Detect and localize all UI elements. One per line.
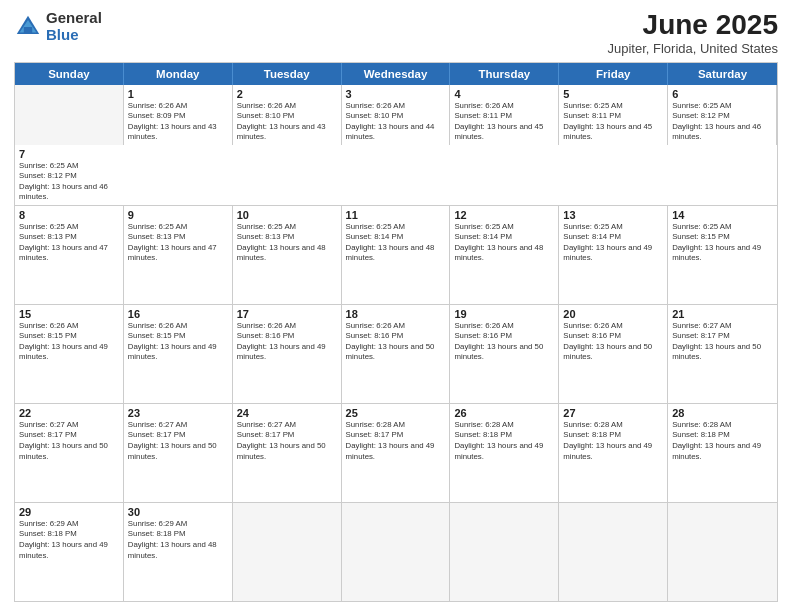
header-day-monday: Monday (124, 63, 233, 85)
svg-rect-2 (24, 27, 32, 34)
day-number: 24 (237, 407, 337, 419)
empty-cell (559, 503, 668, 601)
day-number: 26 (454, 407, 554, 419)
day-cell-25: 25Sunrise: 6:28 AMSunset: 8:17 PMDayligh… (342, 404, 451, 502)
day-info: Sunrise: 6:25 AMSunset: 8:13 PMDaylight:… (19, 222, 119, 264)
empty-cell (233, 503, 342, 601)
day-number: 19 (454, 308, 554, 320)
day-number: 23 (128, 407, 228, 419)
day-cell-11: 11Sunrise: 6:25 AMSunset: 8:14 PMDayligh… (342, 206, 451, 304)
empty-cell (668, 503, 777, 601)
title-block: June 2025 Jupiter, Florida, United State… (607, 10, 778, 56)
header-day-thursday: Thursday (450, 63, 559, 85)
day-info: Sunrise: 6:25 AMSunset: 8:12 PMDaylight:… (672, 101, 772, 143)
logo: General Blue (14, 10, 102, 43)
logo-blue-text: Blue (46, 27, 102, 44)
day-info: Sunrise: 6:27 AMSunset: 8:17 PMDaylight:… (672, 321, 773, 363)
day-cell-30: 30Sunrise: 6:29 AMSunset: 8:18 PMDayligh… (124, 503, 233, 601)
day-cell-3: 3Sunrise: 6:26 AMSunset: 8:10 PMDaylight… (342, 85, 451, 145)
day-info: Sunrise: 6:26 AMSunset: 8:15 PMDaylight:… (128, 321, 228, 363)
day-info: Sunrise: 6:27 AMSunset: 8:17 PMDaylight:… (19, 420, 119, 462)
day-info: Sunrise: 6:26 AMSunset: 8:10 PMDaylight:… (237, 101, 337, 143)
day-info: Sunrise: 6:28 AMSunset: 8:18 PMDaylight:… (672, 420, 773, 462)
day-cell-7: 7Sunrise: 6:25 AMSunset: 8:12 PMDaylight… (15, 145, 124, 205)
day-number: 28 (672, 407, 773, 419)
day-info: Sunrise: 6:27 AMSunset: 8:17 PMDaylight:… (128, 420, 228, 462)
day-info: Sunrise: 6:29 AMSunset: 8:18 PMDaylight:… (19, 519, 119, 561)
header-day-wednesday: Wednesday (342, 63, 451, 85)
page-title: June 2025 (607, 10, 778, 41)
page-subtitle: Jupiter, Florida, United States (607, 41, 778, 56)
day-info: Sunrise: 6:25 AMSunset: 8:12 PMDaylight:… (19, 161, 120, 203)
day-info: Sunrise: 6:26 AMSunset: 8:09 PMDaylight:… (128, 101, 228, 143)
day-number: 27 (563, 407, 663, 419)
day-number: 11 (346, 209, 446, 221)
header-day-tuesday: Tuesday (233, 63, 342, 85)
day-number: 4 (454, 88, 554, 100)
empty-cell (450, 503, 559, 601)
calendar-row-2: 8Sunrise: 6:25 AMSunset: 8:13 PMDaylight… (15, 206, 777, 305)
calendar-header: SundayMondayTuesdayWednesdayThursdayFrid… (15, 63, 777, 85)
day-info: Sunrise: 6:27 AMSunset: 8:17 PMDaylight:… (237, 420, 337, 462)
day-info: Sunrise: 6:26 AMSunset: 8:16 PMDaylight:… (237, 321, 337, 363)
day-cell-6: 6Sunrise: 6:25 AMSunset: 8:12 PMDaylight… (668, 85, 777, 145)
day-info: Sunrise: 6:25 AMSunset: 8:11 PMDaylight:… (563, 101, 663, 143)
day-cell-4: 4Sunrise: 6:26 AMSunset: 8:11 PMDaylight… (450, 85, 559, 145)
day-number: 17 (237, 308, 337, 320)
day-number: 16 (128, 308, 228, 320)
day-cell-20: 20Sunrise: 6:26 AMSunset: 8:16 PMDayligh… (559, 305, 668, 403)
day-number: 30 (128, 506, 228, 518)
day-cell-15: 15Sunrise: 6:26 AMSunset: 8:15 PMDayligh… (15, 305, 124, 403)
day-number: 15 (19, 308, 119, 320)
day-number: 8 (19, 209, 119, 221)
day-cell-23: 23Sunrise: 6:27 AMSunset: 8:17 PMDayligh… (124, 404, 233, 502)
day-number: 20 (563, 308, 663, 320)
day-info: Sunrise: 6:29 AMSunset: 8:18 PMDaylight:… (128, 519, 228, 561)
day-info: Sunrise: 6:25 AMSunset: 8:15 PMDaylight:… (672, 222, 773, 264)
day-cell-13: 13Sunrise: 6:25 AMSunset: 8:14 PMDayligh… (559, 206, 668, 304)
day-number: 18 (346, 308, 446, 320)
day-cell-28: 28Sunrise: 6:28 AMSunset: 8:18 PMDayligh… (668, 404, 777, 502)
day-number: 21 (672, 308, 773, 320)
day-cell-26: 26Sunrise: 6:28 AMSunset: 8:18 PMDayligh… (450, 404, 559, 502)
day-info: Sunrise: 6:28 AMSunset: 8:18 PMDaylight:… (454, 420, 554, 462)
day-number: 13 (563, 209, 663, 221)
logo-icon (14, 13, 42, 41)
day-info: Sunrise: 6:26 AMSunset: 8:16 PMDaylight:… (346, 321, 446, 363)
day-info: Sunrise: 6:25 AMSunset: 8:14 PMDaylight:… (563, 222, 663, 264)
day-info: Sunrise: 6:26 AMSunset: 8:10 PMDaylight:… (346, 101, 446, 143)
day-cell-29: 29Sunrise: 6:29 AMSunset: 8:18 PMDayligh… (15, 503, 124, 601)
day-info: Sunrise: 6:28 AMSunset: 8:17 PMDaylight:… (346, 420, 446, 462)
day-info: Sunrise: 6:28 AMSunset: 8:18 PMDaylight:… (563, 420, 663, 462)
calendar-row-1: 1Sunrise: 6:26 AMSunset: 8:09 PMDaylight… (15, 85, 777, 206)
day-number: 2 (237, 88, 337, 100)
day-cell-17: 17Sunrise: 6:26 AMSunset: 8:16 PMDayligh… (233, 305, 342, 403)
day-cell-22: 22Sunrise: 6:27 AMSunset: 8:17 PMDayligh… (15, 404, 124, 502)
calendar: SundayMondayTuesdayWednesdayThursdayFrid… (14, 62, 778, 602)
day-info: Sunrise: 6:25 AMSunset: 8:14 PMDaylight:… (454, 222, 554, 264)
day-cell-8: 8Sunrise: 6:25 AMSunset: 8:13 PMDaylight… (15, 206, 124, 304)
day-number: 12 (454, 209, 554, 221)
day-cell-10: 10Sunrise: 6:25 AMSunset: 8:13 PMDayligh… (233, 206, 342, 304)
day-number: 29 (19, 506, 119, 518)
day-number: 1 (128, 88, 228, 100)
day-info: Sunrise: 6:26 AMSunset: 8:16 PMDaylight:… (563, 321, 663, 363)
day-number: 7 (19, 148, 120, 160)
day-cell-5: 5Sunrise: 6:25 AMSunset: 8:11 PMDaylight… (559, 85, 668, 145)
day-cell-27: 27Sunrise: 6:28 AMSunset: 8:18 PMDayligh… (559, 404, 668, 502)
day-number: 22 (19, 407, 119, 419)
day-cell-2: 2Sunrise: 6:26 AMSunset: 8:10 PMDaylight… (233, 85, 342, 145)
day-number: 14 (672, 209, 773, 221)
day-number: 5 (563, 88, 663, 100)
page: General Blue June 2025 Jupiter, Florida,… (0, 0, 792, 612)
calendar-row-3: 15Sunrise: 6:26 AMSunset: 8:15 PMDayligh… (15, 305, 777, 404)
day-number: 6 (672, 88, 772, 100)
day-info: Sunrise: 6:25 AMSunset: 8:13 PMDaylight:… (237, 222, 337, 264)
calendar-body: 1Sunrise: 6:26 AMSunset: 8:09 PMDaylight… (15, 85, 777, 601)
day-info: Sunrise: 6:25 AMSunset: 8:13 PMDaylight:… (128, 222, 228, 264)
day-cell-21: 21Sunrise: 6:27 AMSunset: 8:17 PMDayligh… (668, 305, 777, 403)
day-cell-1: 1Sunrise: 6:26 AMSunset: 8:09 PMDaylight… (124, 85, 233, 145)
header-day-friday: Friday (559, 63, 668, 85)
day-cell-19: 19Sunrise: 6:26 AMSunset: 8:16 PMDayligh… (450, 305, 559, 403)
logo-general-text: General (46, 10, 102, 27)
